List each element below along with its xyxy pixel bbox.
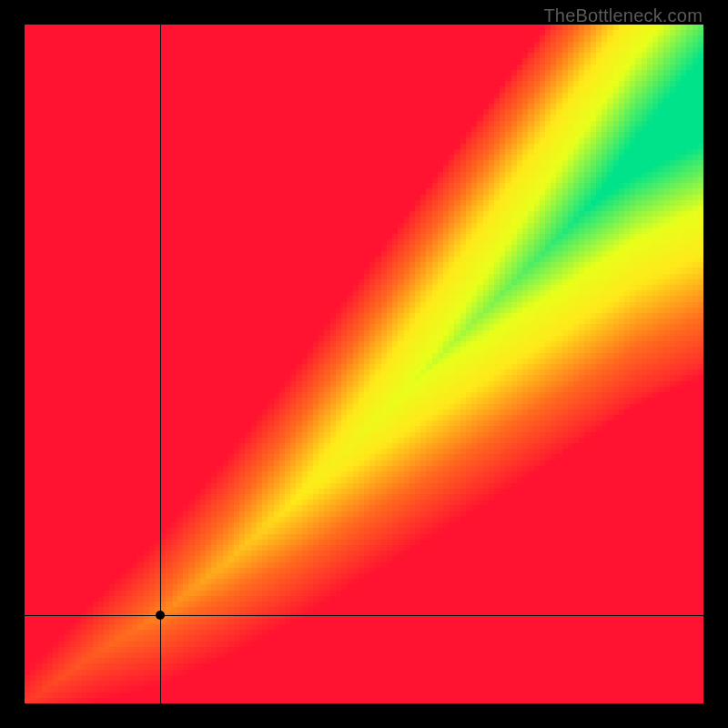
selection-marker <box>156 611 165 620</box>
watermark-text: TheBottleneck.com <box>543 5 703 26</box>
heatmap-canvas <box>25 25 703 703</box>
heatmap-plot <box>25 25 703 703</box>
crosshair-vertical <box>160 25 161 703</box>
chart-frame: TheBottleneck.com <box>0 0 728 728</box>
crosshair-horizontal <box>25 615 703 616</box>
